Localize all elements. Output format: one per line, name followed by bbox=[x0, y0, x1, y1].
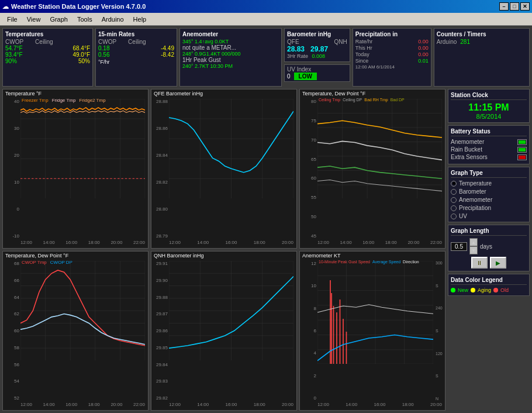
anem-line4: 1Hr Peak Gust bbox=[182, 57, 279, 63]
bottom-section: Temperature °F Freezer Tmp Fridge Tmp Fr… bbox=[2, 89, 530, 411]
graph-row-bottom: Temperature, Dew Point °F CWOP Tmp CWOP … bbox=[2, 251, 445, 411]
radio-dot-temperature bbox=[451, 181, 457, 187]
app-icon: ☁ bbox=[2, 3, 9, 11]
counters-title: Counters / Timers bbox=[437, 31, 527, 37]
precip-today-val: 0.00 bbox=[418, 51, 429, 57]
precip-ratehr-val: 0.00 bbox=[418, 39, 429, 44]
baro-qfe-val: 28.83 bbox=[287, 45, 305, 53]
graph-length-title: Graph Length bbox=[451, 228, 527, 236]
temp-ceil-r2: 49.0°F bbox=[72, 51, 90, 58]
battery-anem-label: Anemometer bbox=[451, 139, 484, 145]
baro-qnh-label: QNH bbox=[334, 39, 347, 45]
graph-anem-title: Anemometer KT bbox=[300, 252, 445, 260]
menu-arduino[interactable]: Arduino bbox=[97, 15, 129, 24]
graph-temp-svg bbox=[20, 99, 145, 198]
graph-baro-qfe-xaxis: 12:00 14:00 16:00 18:00 20:00 bbox=[169, 239, 293, 248]
radio-precipitation[interactable]: Precipitation bbox=[451, 205, 527, 211]
temp-cwop-label: CWOP bbox=[5, 39, 23, 45]
graph-anem-yaxis-left: 12 10 8 6 4 2 0 bbox=[300, 261, 317, 401]
battery-rain: Rain Bucket bbox=[451, 146, 527, 153]
graph-temp-xaxis: 12:00 14:00 16:00 18:00 20:00 22:00 bbox=[20, 239, 145, 248]
graph-length-panel: Graph Length ▲ ▼ days ⏸ ▶ bbox=[448, 225, 530, 271]
color-legend-title: Data Color Legend bbox=[451, 277, 527, 285]
radio-label-barometer: Barometer bbox=[459, 188, 486, 195]
graph-baro-qnh-svg bbox=[169, 261, 293, 360]
anem-line3: 248° 0.9G1.4KT 000/000 bbox=[182, 51, 279, 57]
radio-dot-barometer bbox=[451, 189, 457, 195]
battery-rain-label: Rain Bucket bbox=[451, 146, 482, 153]
graph-length-unit: days bbox=[480, 243, 492, 250]
arduino-label: Arduino bbox=[437, 39, 457, 45]
rates-ceil-r2: -8.42 bbox=[161, 51, 174, 58]
graph-anem-yaxis-right: 300 S 240 S 120 S N bbox=[436, 261, 445, 401]
maximize-button[interactable]: □ bbox=[510, 2, 519, 11]
graph-length-up[interactable]: ▲ bbox=[469, 238, 478, 246]
precipitation-panel: Precipitation in Rate/hr 0.00 This Hr 0.… bbox=[353, 28, 431, 87]
legend-aging-dot bbox=[471, 288, 475, 292]
menu-file[interactable]: File bbox=[2, 15, 22, 24]
rates-unit: °F/hr bbox=[98, 59, 174, 65]
graph-baro-qnh-xaxis: 12:00 14:00 16:00 18:00 20:00 bbox=[169, 401, 293, 410]
main-content: Temperatures CWOP Ceiling 54.7°F 68.4°F … bbox=[0, 26, 532, 413]
rates-panel: 15-min Rates CWOP Ceiling 0.18 -4.49 0.5… bbox=[95, 28, 177, 87]
color-legend-items: New Aging Old bbox=[451, 287, 527, 293]
radio-barometer[interactable]: Barometer bbox=[451, 188, 527, 195]
top-panels: Temperatures CWOP Ceiling 54.7°F 68.4°F … bbox=[2, 28, 530, 87]
graph-type-title: Graph Type bbox=[451, 170, 527, 178]
rates-cwop-label: CWOP bbox=[98, 39, 116, 45]
precip-since-val: 0.01 bbox=[418, 58, 429, 64]
minimize-button[interactable]: – bbox=[499, 2, 509, 11]
radio-dot-uv bbox=[451, 214, 457, 219]
graph-baro-qfe-svg bbox=[169, 99, 293, 198]
radio-label-uv: UV bbox=[459, 213, 467, 219]
clock-time: 11:15 PM bbox=[451, 102, 527, 113]
precip-thishr-label: This Hr bbox=[355, 45, 372, 51]
temp-ceil-r3: 50% bbox=[78, 58, 90, 64]
titlebar: ☁ Weather Station Data Logger Version 4.… bbox=[0, 0, 532, 13]
graph-type-panel: Graph Type Temperature Barometer Anemome… bbox=[448, 167, 530, 222]
battery-rain-indicator bbox=[517, 147, 527, 153]
graph-length-down[interactable]: ▼ bbox=[469, 246, 478, 254]
play-button[interactable]: ▶ bbox=[490, 257, 506, 269]
radio-anemometer[interactable]: Anemometer bbox=[451, 197, 527, 203]
graph-temp-top: Temperature °F Freezer Tmp Fridge Tmp Fr… bbox=[2, 89, 148, 249]
app-title: Weather Station Data Logger Version 4.7.… bbox=[11, 3, 146, 10]
baro-3hr-val: 0.008 bbox=[312, 53, 326, 59]
clock-date: 8/5/2014 bbox=[451, 113, 527, 120]
uv-label: UV Index bbox=[287, 66, 311, 73]
legend-new-label: New bbox=[458, 287, 468, 293]
uv-panel: UV Index 0 LOW bbox=[284, 64, 350, 82]
graph-length-row: ▲ ▼ days bbox=[451, 238, 527, 254]
anem-line2: not quite a METAR... bbox=[182, 44, 279, 51]
radio-uv[interactable]: UV bbox=[451, 213, 527, 219]
temperatures-panel: Temperatures CWOP Ceiling 54.7°F 68.4°F … bbox=[2, 28, 93, 87]
temp-title: Temperatures bbox=[5, 31, 90, 37]
legend-new-dot bbox=[451, 288, 455, 292]
pause-button[interactable]: ⏸ bbox=[471, 257, 488, 269]
temp-cwop-r3: 90% bbox=[5, 58, 17, 64]
data-color-legend: Data Color Legend New Aging Old bbox=[448, 274, 530, 296]
graph-length-input[interactable] bbox=[451, 242, 467, 251]
graph-temp-dew-bot: Temperature, Dew Point °F CWOP Tmp CWOP … bbox=[2, 251, 148, 411]
close-button[interactable]: ✕ bbox=[520, 2, 530, 11]
radio-label-temperature: Temperature bbox=[459, 180, 492, 187]
rates-cwop-r1: 0.18 bbox=[98, 45, 109, 51]
menu-help[interactable]: Help bbox=[129, 15, 151, 24]
precip-ratehr-label: Rate/hr bbox=[355, 39, 373, 44]
menu-graph[interactable]: Graph bbox=[45, 15, 72, 24]
radio-temperature[interactable]: Temperature bbox=[451, 180, 527, 187]
battery-extra-label: Extra Sensors bbox=[451, 154, 488, 160]
graph-temp-dew-top-title: Temperature, Dew Point °F bbox=[300, 90, 445, 98]
radio-dot-precipitation bbox=[451, 205, 457, 211]
menu-view[interactable]: View bbox=[22, 15, 46, 24]
right-panel: Station Clock 11:15 PM 8/5/2014 Battery … bbox=[448, 89, 530, 411]
clock-title: Station Clock bbox=[451, 92, 527, 100]
menu-tools[interactable]: Tools bbox=[72, 15, 97, 24]
graph-temp-dew-yaxis: 80 75 70 65 60 55 50 45 bbox=[300, 99, 317, 239]
temp-cwop-r2: 93.4°F bbox=[5, 51, 23, 58]
graphs-area: Temperature °F Freezer Tmp Fridge Tmp Fr… bbox=[2, 89, 445, 411]
radio-dot-anemometer bbox=[451, 197, 457, 203]
graph-baro-qnh-yaxis: 29.91 29.90 29.88 29.87 29.86 29.85 29.8… bbox=[151, 261, 169, 401]
graph-temp-top-title: Temperature °F bbox=[3, 90, 148, 98]
temp-ceil-label: Ceiling bbox=[35, 39, 53, 45]
